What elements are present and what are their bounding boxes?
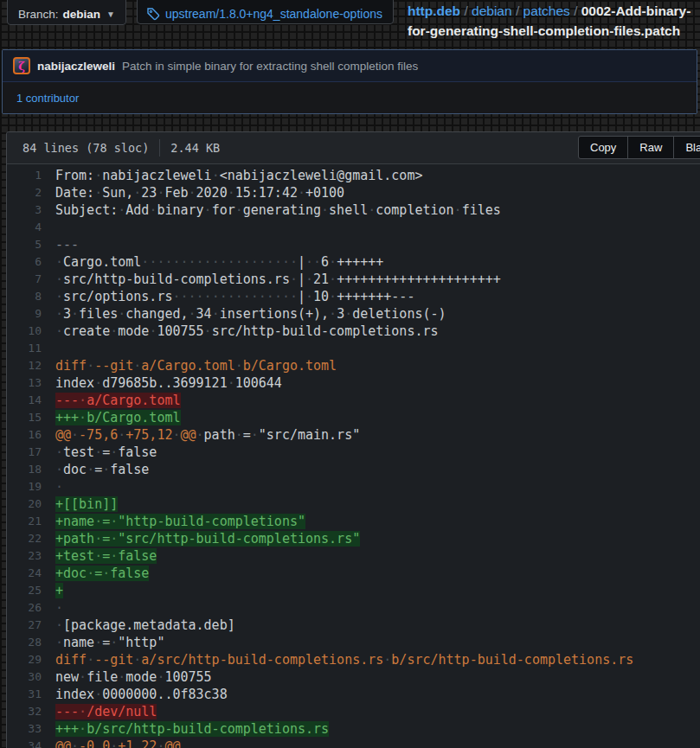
- code-line: 4: [7, 219, 700, 236]
- file-view-box: 84 lines (78 sloc) 2.44 KB Copy Raw Blam…: [6, 131, 700, 748]
- line-number[interactable]: 24: [7, 565, 42, 582]
- commit-message[interactable]: Patch in simple binary for extracting sh…: [122, 60, 418, 73]
- raw-button[interactable]: Raw: [627, 136, 674, 159]
- code-line: 30new·file·mode·100755: [7, 668, 700, 686]
- code-line: 7·src/http-build-completions.rs·|·21·+++…: [7, 271, 700, 288]
- code-text: +++·b/src/http-build-completions.rs: [42, 720, 329, 738]
- tag-chip[interactable]: upstream/1.8.0+ng4_standalone-options: [137, 0, 394, 24]
- code-text: +[[bin]]: [42, 495, 118, 513]
- file-header: 84 lines (78 sloc) 2.44 KB Copy Raw Blam…: [7, 132, 700, 164]
- line-number[interactable]: 32: [7, 703, 42, 720]
- line-number[interactable]: 22: [7, 530, 42, 547]
- latest-commit-box: ζ nabijaczleweli Patch in simple binary …: [2, 49, 697, 114]
- line-number[interactable]: 5: [7, 236, 42, 253]
- code-text: diff·--git·a/src/http-build-completions.…: [42, 651, 633, 668]
- code-text: From:·nabijaczleweli·<nabijaczleweli@gma…: [42, 167, 422, 184]
- line-number[interactable]: 15: [7, 409, 42, 426]
- code-line: 29diff·--git·a/src/http-build-completion…: [7, 651, 700, 668]
- code-line: 10·create·mode·100755·src/http-build-com…: [7, 323, 700, 340]
- breadcrumb-separator: /: [574, 3, 577, 18]
- code-text: ·[package.metadata.deb]: [42, 617, 235, 634]
- file-action-buttons: Copy Raw Blame: [578, 136, 700, 159]
- line-number[interactable]: 9: [7, 305, 42, 323]
- code-text: ·name·=·"http": [42, 634, 164, 651]
- avatar[interactable]: ζ: [13, 57, 30, 74]
- line-number[interactable]: 23: [7, 547, 42, 565]
- code-text: ·test·=·false: [42, 444, 157, 461]
- code-text: [42, 340, 55, 357]
- code-text: +doc·=·false: [42, 565, 149, 582]
- breadcrumb-dir-patches[interactable]: patches: [523, 3, 570, 18]
- code-text: ---·a/Cargo.toml: [42, 392, 181, 409]
- code-line: 31index·0000000..0f83c38: [7, 686, 700, 703]
- line-number[interactable]: 30: [7, 668, 42, 686]
- code-line: 16@@·-75,6·+75,12·@@·path·=·"src/main.rs…: [7, 426, 700, 444]
- line-number[interactable]: 16: [7, 426, 42, 444]
- line-number[interactable]: 3: [7, 201, 42, 219]
- line-number[interactable]: 18: [7, 461, 42, 478]
- line-number[interactable]: 4: [7, 219, 42, 236]
- line-number[interactable]: 31: [7, 686, 42, 703]
- code-line: 27·[package.metadata.deb]: [7, 617, 700, 634]
- line-number[interactable]: 1: [7, 167, 42, 184]
- code-text: ·: [42, 478, 63, 495]
- line-number[interactable]: 26: [7, 599, 42, 617]
- code-text: diff·--git·a/Cargo.toml·b/Cargo.toml: [42, 357, 337, 374]
- code-text: @@·-0,0·+1,22·@@: [42, 738, 181, 748]
- code-line: 20+[[bin]]: [7, 495, 700, 513]
- line-number[interactable]: 8: [7, 288, 42, 305]
- code-line: 8·src/options.rs················|·10·+++…: [7, 288, 700, 305]
- code-line: 13index·d79685b..3699121·100644: [7, 374, 700, 392]
- code-line: 34@@·-0,0·+1,22·@@: [7, 738, 700, 748]
- code-line: 11: [7, 340, 700, 357]
- chevron-down-icon: ▼: [106, 10, 115, 19]
- code-text: ·: [42, 599, 63, 617]
- code-text: Date:·Sun,·23·Feb·2020·15:17:42·+0100: [42, 184, 344, 201]
- code-line: 2Date:·Sun,·23·Feb·2020·15:17:42·+0100: [7, 184, 700, 201]
- breadcrumb-separator: /: [516, 3, 519, 18]
- copy-button[interactable]: Copy: [578, 136, 628, 159]
- code-text: ·src/http-build-completions.rs·|·21·++++…: [42, 271, 501, 288]
- code-line: 17·test·=·false: [7, 444, 700, 461]
- breadcrumb-repo-link[interactable]: http.deb: [408, 3, 460, 18]
- code-text: +path·=·"src/http-build-completions.rs": [42, 530, 360, 547]
- code-text: @@·-75,6·+75,12·@@·path·=·"src/main.rs": [42, 426, 360, 444]
- line-number[interactable]: 10: [7, 323, 42, 340]
- breadcrumb-dir-debian[interactable]: debian: [472, 3, 512, 18]
- line-number[interactable]: 25: [7, 582, 42, 599]
- line-number[interactable]: 7: [7, 271, 42, 288]
- branch-selector-button[interactable]: Branch: debian ▼: [7, 0, 126, 25]
- line-number[interactable]: 17: [7, 444, 42, 461]
- line-number[interactable]: 21: [7, 513, 42, 530]
- code-text: +++·b/Cargo.toml: [42, 409, 181, 426]
- line-number[interactable]: 14: [7, 392, 42, 409]
- code-text: index·d79685b..3699121·100644: [42, 374, 282, 392]
- line-number[interactable]: 13: [7, 374, 42, 392]
- code-line: 24+doc·=·false: [7, 565, 700, 582]
- line-number[interactable]: 12: [7, 357, 42, 374]
- line-number[interactable]: 34: [7, 738, 42, 748]
- line-number[interactable]: 2: [7, 184, 42, 201]
- code-text: ·3·files·changed,·34·insertions(+),·3·de…: [42, 305, 446, 323]
- line-number[interactable]: 29: [7, 651, 42, 668]
- contributors-link[interactable]: 1 contributor: [16, 92, 79, 105]
- line-number[interactable]: 6: [7, 253, 42, 271]
- blame-button[interactable]: Blame: [673, 136, 700, 159]
- line-number[interactable]: 28: [7, 634, 42, 651]
- code-text: ·Cargo.toml····················|··6·++++…: [42, 253, 383, 271]
- line-number[interactable]: 27: [7, 617, 42, 634]
- code-text: ·src/options.rs················|·10·++++…: [42, 288, 414, 305]
- line-number[interactable]: 11: [7, 340, 42, 357]
- code-text: ·doc·=·false: [42, 461, 149, 478]
- line-number[interactable]: 19: [7, 478, 42, 495]
- code-line: 1From:·nabijaczleweli·<nabijaczleweli@gm…: [7, 167, 700, 184]
- line-number[interactable]: 20: [7, 495, 42, 513]
- commit-author-link[interactable]: nabijaczleweli: [37, 60, 115, 73]
- code-line: 12diff·--git·a/Cargo.toml·b/Cargo.toml: [7, 357, 700, 374]
- header-divider: [159, 139, 160, 157]
- code-line: 26·: [7, 599, 700, 617]
- code-text: ---: [42, 236, 79, 253]
- code-line: 14---·a/Cargo.toml: [7, 392, 700, 409]
- line-number[interactable]: 33: [7, 720, 42, 738]
- code-line: 6·Cargo.toml····················|··6·+++…: [7, 253, 700, 271]
